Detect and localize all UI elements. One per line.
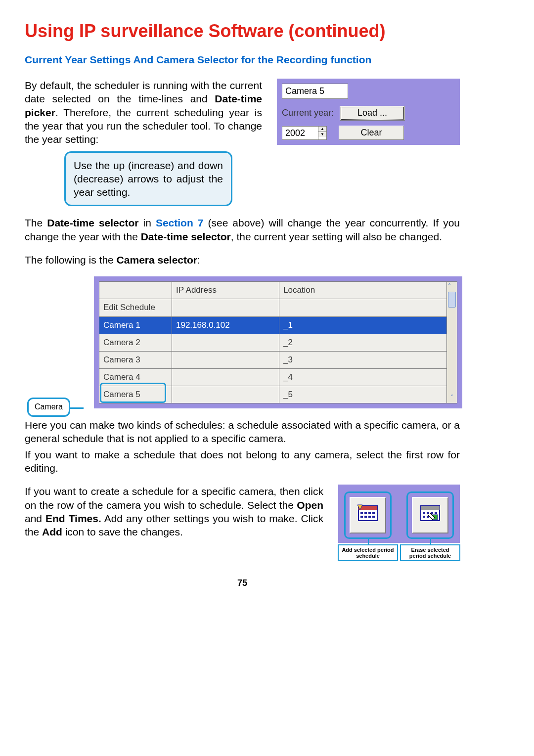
svg-rect-10 bbox=[372, 516, 375, 518]
page-number: 75 bbox=[25, 578, 460, 589]
header-ip: IP Address bbox=[172, 282, 279, 299]
clear-button[interactable]: Clear bbox=[339, 126, 404, 140]
table-header-row: IP Address Location bbox=[99, 282, 447, 299]
erase-schedule-icon-box: Erase selected period schedule bbox=[406, 491, 454, 539]
cell bbox=[172, 351, 279, 368]
section-subtitle: Current Year Settings And Camera Selecto… bbox=[25, 53, 460, 66]
cell: Edit Schedule bbox=[99, 299, 172, 316]
text: in bbox=[138, 217, 155, 228]
current-year-label: Current year: bbox=[282, 107, 334, 119]
header-blank bbox=[99, 282, 172, 299]
svg-rect-5 bbox=[368, 512, 371, 514]
add-schedule-icon bbox=[356, 503, 380, 528]
svg-rect-9 bbox=[368, 516, 371, 518]
section-7-ref: Section 7 bbox=[156, 217, 204, 228]
camera-selector-panel: IP Address Location Edit Schedule Camera… bbox=[94, 276, 462, 408]
text: End Times. bbox=[45, 513, 101, 524]
erase-schedule-icon bbox=[418, 503, 443, 528]
year-down-arrow[interactable]: ▼ bbox=[318, 132, 326, 137]
cell: _1 bbox=[279, 316, 447, 334]
camera-selector-intro: The following is the Camera selector: bbox=[25, 253, 460, 267]
scroll-thumb[interactable] bbox=[448, 292, 456, 308]
svg-rect-8 bbox=[364, 516, 367, 518]
text: The bbox=[25, 217, 47, 228]
text: and bbox=[25, 513, 45, 524]
year-up-arrow[interactable]: ▲ bbox=[318, 127, 326, 132]
svg-rect-16 bbox=[435, 512, 437, 514]
year-spinner[interactable]: 2002 ▲ ▼ bbox=[282, 126, 327, 140]
svg-rect-13 bbox=[423, 512, 425, 514]
svg-rect-7 bbox=[360, 516, 363, 518]
camera-table[interactable]: IP Address Location Edit Schedule Camera… bbox=[99, 281, 447, 403]
specific-camera-paragraph: If you want to create a schedule for a s… bbox=[25, 485, 323, 538]
schedule-kinds-paragraph: Here you can make two kinds of schedules… bbox=[25, 418, 460, 445]
year-panel: Camera 5 Current year: Load ... 2002 ▲ ▼… bbox=[277, 79, 460, 145]
scroll-up-icon[interactable]: ˄ bbox=[448, 282, 456, 292]
table-row[interactable]: Edit Schedule bbox=[99, 299, 447, 316]
cell: Camera 2 bbox=[99, 334, 172, 351]
table-row[interactable]: Camera 3 _3 bbox=[99, 351, 447, 368]
add-schedule-caption: Add selected period schedule bbox=[338, 544, 398, 561]
text: Open bbox=[297, 499, 323, 511]
text: , the current year setting will also be … bbox=[231, 231, 442, 242]
date-time-selector-paragraph: The Date-time selector in Section 7 (see… bbox=[25, 216, 460, 243]
text: Date-time selector bbox=[141, 231, 231, 242]
table-row[interactable]: Camera 5 _5 bbox=[99, 386, 447, 403]
svg-rect-15 bbox=[431, 512, 433, 514]
svg-rect-17 bbox=[423, 516, 425, 518]
add-schedule-icon-box: Add selected period schedule bbox=[344, 491, 392, 539]
text: Date-time selector bbox=[47, 217, 138, 228]
cell: 192.168.0.102 bbox=[172, 316, 279, 334]
text: The following is the bbox=[25, 254, 117, 266]
cell bbox=[172, 368, 279, 386]
table-row[interactable]: Camera 4 _4 bbox=[99, 368, 447, 386]
text: : bbox=[197, 254, 200, 266]
year-value: 2002 bbox=[282, 127, 318, 139]
cell: _4 bbox=[279, 368, 447, 386]
schedule-icons-panel: Add selected period schedule Erase selec… bbox=[338, 485, 460, 543]
cell bbox=[172, 299, 279, 316]
table-row[interactable]: Camera 2 _2 bbox=[99, 334, 447, 351]
cell: Camera 5 bbox=[99, 386, 172, 403]
cell bbox=[172, 386, 279, 403]
text: Add bbox=[42, 526, 62, 537]
scrollbar[interactable]: ˄ ˅ bbox=[447, 281, 457, 403]
svg-rect-6 bbox=[372, 512, 375, 514]
header-location: Location bbox=[279, 282, 447, 299]
erase-schedule-button[interactable] bbox=[412, 497, 448, 534]
cell: Camera 3 bbox=[99, 351, 172, 368]
text: Camera selector bbox=[117, 254, 197, 266]
cell: _5 bbox=[279, 386, 447, 403]
add-schedule-button[interactable] bbox=[350, 497, 386, 534]
text: . Therefore, the current scheduling year… bbox=[25, 107, 262, 145]
text: icon to save the changes. bbox=[62, 526, 183, 537]
scroll-down-icon[interactable]: ˅ bbox=[450, 393, 453, 403]
table-row[interactable]: Camera 1 192.168.0.102 _1 bbox=[99, 316, 447, 334]
cell bbox=[172, 334, 279, 351]
page-title: Using IP surveillance Software (continue… bbox=[25, 20, 460, 43]
svg-rect-4 bbox=[364, 512, 367, 514]
camera-field[interactable]: Camera 5 bbox=[282, 84, 348, 99]
svg-rect-3 bbox=[360, 512, 363, 514]
cell: Camera 4 bbox=[99, 368, 172, 386]
cell bbox=[279, 299, 447, 316]
cell: _3 bbox=[279, 351, 447, 368]
first-row-paragraph: If you want to make a schedule that does… bbox=[25, 448, 460, 475]
svg-rect-12 bbox=[421, 506, 440, 510]
text: If you want to create a schedule for a s… bbox=[25, 486, 323, 510]
year-arrows-callout: Use the up (increase) and down (decrease… bbox=[64, 151, 232, 207]
intro-paragraph: By default, the scheduler is running wit… bbox=[25, 79, 262, 146]
cell: _2 bbox=[279, 334, 447, 351]
load-button[interactable]: Load ... bbox=[340, 106, 405, 120]
camera-callout: Camera bbox=[27, 398, 70, 417]
erase-schedule-caption: Erase selected period schedule bbox=[400, 544, 460, 561]
cell: Camera 1 bbox=[99, 316, 172, 334]
